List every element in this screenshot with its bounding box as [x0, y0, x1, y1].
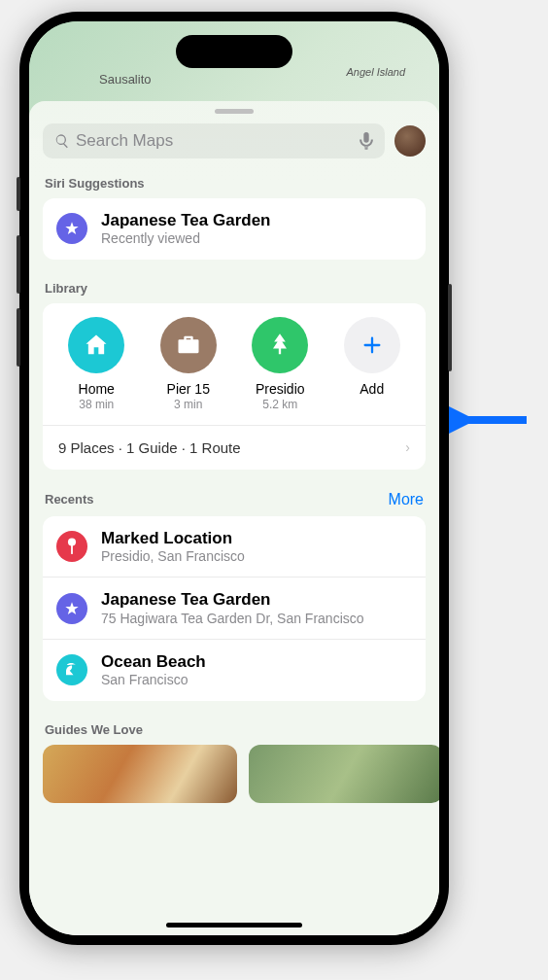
- svg-rect-7: [363, 132, 368, 143]
- silent-switch: [17, 177, 20, 211]
- siri-subtitle: Recently viewed: [101, 230, 271, 248]
- plus-icon: [344, 317, 400, 373]
- library-card: Home 38 min Pier 15 3 min: [43, 303, 426, 470]
- library-item-home[interactable]: Home 38 min: [53, 317, 139, 411]
- search-icon: [54, 133, 70, 149]
- library-header: Library: [45, 281, 87, 296]
- map-label-angel-island: Angel Island: [346, 66, 405, 78]
- star-icon: [56, 213, 87, 244]
- home-indicator[interactable]: [166, 923, 302, 928]
- volume-up: [17, 235, 20, 294]
- phone-frame: Sausalito Angel Island 9:41 Search Maps: [19, 12, 449, 945]
- profile-avatar[interactable]: [394, 125, 426, 157]
- guides-header: Guides We Love: [45, 722, 143, 737]
- siri-title: Japanese Tea Garden: [101, 210, 271, 230]
- recent-item-japanese-tea-garden[interactable]: Japanese Tea Garden 75 Hagiwara Tea Gard…: [43, 577, 426, 639]
- guides-scroll[interactable]: [43, 745, 426, 813]
- volume-down: [17, 308, 20, 367]
- recent-item-ocean-beach[interactable]: Ocean Beach San Francisco: [43, 639, 426, 701]
- home-icon: [68, 317, 124, 373]
- dynamic-island: [176, 35, 292, 68]
- recents-more-button[interactable]: More: [389, 491, 424, 508]
- recents-card: Marked Location Presidio, San Francisco …: [43, 516, 426, 701]
- annotation-arrow: [449, 401, 536, 439]
- library-summary-row[interactable]: 9 Places · 1 Guide · 1 Route ›: [43, 425, 426, 470]
- side-button: [448, 284, 452, 371]
- screen: Sausalito Angel Island 9:41 Search Maps: [29, 21, 439, 935]
- library-item-presidio[interactable]: Presidio 5.2 km: [237, 317, 323, 411]
- star-icon: [56, 593, 87, 624]
- library-item-pier15[interactable]: Pier 15 3 min: [146, 317, 231, 411]
- briefcase-icon: [160, 317, 217, 373]
- library-summary: 9 Places · 1 Guide · 1 Route: [58, 439, 241, 456]
- recents-header: Recents: [45, 492, 94, 507]
- search-input[interactable]: Search Maps: [43, 123, 385, 158]
- library-item-add[interactable]: Add: [329, 317, 415, 411]
- guide-tile-1[interactable]: [43, 745, 237, 803]
- map-label-sausalito: Sausalito: [99, 72, 151, 87]
- recent-item-marked-location[interactable]: Marked Location Presidio, San Francisco: [43, 516, 426, 578]
- svg-rect-9: [71, 544, 73, 554]
- tree-icon: [252, 317, 308, 373]
- beach-icon: [56, 654, 87, 685]
- microphone-icon[interactable]: [360, 132, 373, 150]
- chevron-right-icon: ›: [405, 439, 410, 455]
- pin-icon: [56, 531, 87, 562]
- search-sheet: Search Maps Siri Suggestions Japanese Te…: [29, 101, 439, 935]
- grabber-handle[interactable]: [215, 109, 254, 114]
- siri-header: Siri Suggestions: [45, 176, 145, 191]
- siri-card[interactable]: Japanese Tea Garden Recently viewed: [43, 198, 426, 260]
- guide-tile-2[interactable]: [249, 745, 439, 803]
- search-placeholder: Search Maps: [76, 131, 173, 151]
